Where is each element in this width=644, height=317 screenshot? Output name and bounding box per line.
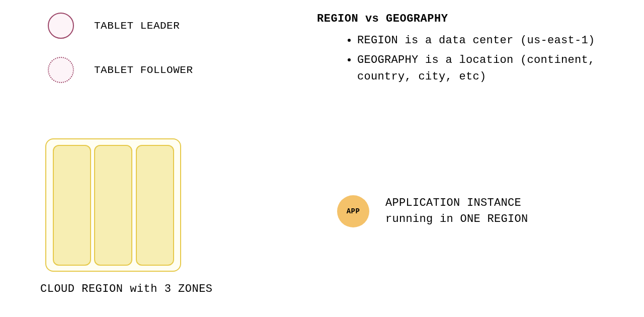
zone-1 bbox=[53, 145, 91, 266]
app-badge-label: APP bbox=[347, 207, 360, 215]
region-box bbox=[45, 138, 181, 272]
legend-tablet-leader: TABLET LEADER bbox=[48, 13, 180, 39]
tablet-follower-icon bbox=[48, 57, 74, 83]
cloud-region-diagram: CLOUD REGION with 3 ZONES bbox=[45, 138, 213, 295]
legend-label: TABLET FOLLOWER bbox=[94, 64, 193, 76]
comparison-title: REGION vs GEOGRAPHY bbox=[317, 13, 644, 25]
comparison-item: GEOGRAPHY is a location (continent, coun… bbox=[357, 52, 644, 85]
app-line-2: running in ONE REGION bbox=[385, 213, 528, 225]
zone-2 bbox=[94, 145, 132, 266]
legend-tablet-follower: TABLET FOLLOWER bbox=[48, 57, 193, 83]
legend-label: TABLET LEADER bbox=[94, 20, 180, 32]
comparison-item: REGION is a data center (us-east-1) bbox=[357, 32, 644, 49]
region-caption: CLOUD REGION with 3 ZONES bbox=[40, 283, 213, 295]
app-line-1: APPLICATION INSTANCE bbox=[385, 197, 521, 209]
app-instance-block: APP APPLICATION INSTANCE running in ONE … bbox=[337, 195, 528, 227]
app-badge-icon: APP bbox=[337, 195, 369, 227]
comparison-section: REGION vs GEOGRAPHY REGION is a data cen… bbox=[317, 13, 644, 88]
comparison-list: REGION is a data center (us-east-1) GEOG… bbox=[317, 32, 644, 85]
zone-3 bbox=[136, 145, 174, 266]
app-description: APPLICATION INSTANCE running in ONE REGI… bbox=[385, 195, 528, 227]
tablet-leader-icon bbox=[48, 13, 74, 39]
